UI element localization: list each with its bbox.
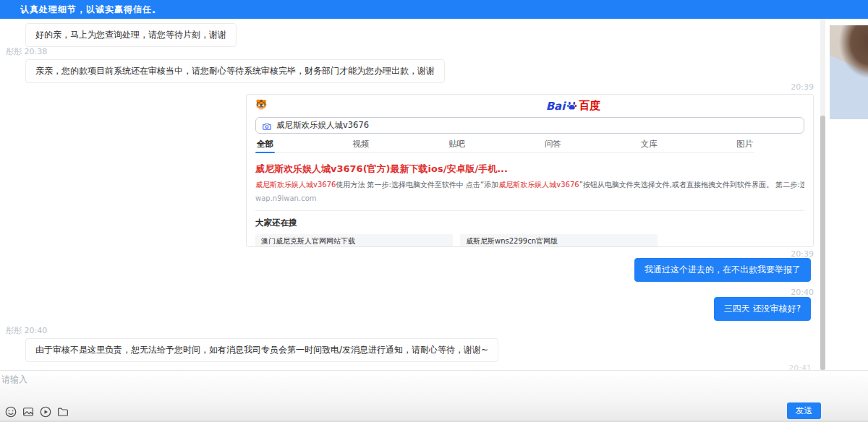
related-search-item: 威斯尼斯wns2299cn官网版 xyxy=(460,234,658,247)
baidu-logo: Bai 百度 xyxy=(546,99,601,113)
related-search-item: 澳门威尼克斯人官网网站下载 xyxy=(255,234,453,247)
agent-message-meta: 彤彤 20:40 xyxy=(6,325,47,336)
related-searches-heading: 大家还在搜 xyxy=(255,218,804,228)
message-composer: 发送 xyxy=(0,370,868,422)
baidu-tab-wenku: 文库 xyxy=(639,136,658,153)
image-upload-icon[interactable] xyxy=(22,405,35,418)
baidu-tab-video: 视频 xyxy=(352,136,371,153)
baidu-paw-icon xyxy=(566,100,578,112)
agent-message: 由于审核不是这里负责，恕无法给予您时间，如有消息我司专员会第一时间致电/发消息进… xyxy=(25,338,498,362)
message-input[interactable] xyxy=(1,374,652,402)
result-desc-text: 使用方法 第一步:选择电脑文件至软件中 点击“添加 xyxy=(336,181,498,189)
message-timestamp: 20:40 xyxy=(791,288,814,297)
search-result-description: 威尼斯欢乐娱人城v3676使用方法 第一步:选择电脑文件至软件中 点击“添加威尼… xyxy=(255,180,804,190)
baidu-logo-text-cn: 百度 xyxy=(579,99,600,113)
composer-toolbar xyxy=(4,405,69,418)
send-button[interactable]: 发送 xyxy=(787,402,821,419)
emoji-icon[interactable] xyxy=(4,405,17,418)
agent-message: 亲亲，您的款项目前系统还在审核当中，请您耐心等待系统审核完毕，财务部门才能为您办… xyxy=(25,59,445,83)
tiger-emoji-icon: 🐯 xyxy=(255,100,267,109)
baidu-search-query: 威尼斯欢乐娱人城v3676 xyxy=(276,120,369,131)
result-desc-text: ”按钮从电脑文件夹选择文件,或者直接拖拽文件到软件界面。 第二步:选择需要转换.… xyxy=(579,181,804,189)
chat-scrollbar-thumb[interactable] xyxy=(820,116,825,370)
result-desc-highlight: 威尼斯欢乐娱人城v3676 xyxy=(255,181,336,189)
camera-search-icon xyxy=(262,121,272,131)
search-result-title: 威尼斯欢乐娱人城v3676(官方)最新下载ios/安卓版/手机... xyxy=(255,163,804,176)
result-desc-highlight: 威尼斯欢乐娱人城v3676 xyxy=(498,181,579,189)
baidu-tab-all: 全部 xyxy=(255,136,275,153)
agent-message-meta: 彤彤 20:38 xyxy=(6,46,47,57)
baidu-search-box: 威尼斯欢乐娱人城v3676 xyxy=(255,117,804,134)
divider xyxy=(255,210,804,211)
notice-banner: 认真处理细节，以诚实赢得信任。 xyxy=(0,0,868,19)
folder-icon[interactable] xyxy=(56,405,69,418)
baidu-tabs: 全部 视频 贴吧 问答 文库 图片 xyxy=(255,136,754,153)
related-searches-grid: 澳门威尼克斯人官网网站下载 威斯尼斯wns2299cn官网版 新葡萄娱乐官网版游… xyxy=(255,234,804,247)
baidu-tab-tieba: 贴吧 xyxy=(447,136,467,153)
user-message: 我通过这个进去的，在不出款我要举报了 xyxy=(634,258,811,282)
chat-scrollbar-track[interactable] xyxy=(820,19,825,370)
chat-message-area: 好的亲，马上为您查询处理，请您等待片刻，谢谢 彤彤 20:38 亲亲，您的款项目… xyxy=(0,19,868,370)
agent-profile-photo xyxy=(830,25,868,119)
baidu-tab-qa: 问答 xyxy=(543,136,563,153)
user-message: 三四天 还没审核好? xyxy=(714,297,811,321)
baidu-logo-text-bai: Bai xyxy=(546,100,566,113)
video-icon[interactable] xyxy=(39,405,52,418)
baidu-tab-images: 图片 xyxy=(735,136,754,153)
message-timestamp: 20:39 xyxy=(791,82,814,92)
agent-message: 好的亲，马上为您查询处理，请您等待片刻，谢谢 xyxy=(25,23,237,47)
shared-image-baidu-screenshot[interactable]: 🐯 Bai 百度 威尼斯欢乐娱人城v3676 全部 视频 贴吧 问答 文库 图片… xyxy=(246,94,814,247)
search-result-url: wap.n9iwan.com xyxy=(255,194,804,202)
